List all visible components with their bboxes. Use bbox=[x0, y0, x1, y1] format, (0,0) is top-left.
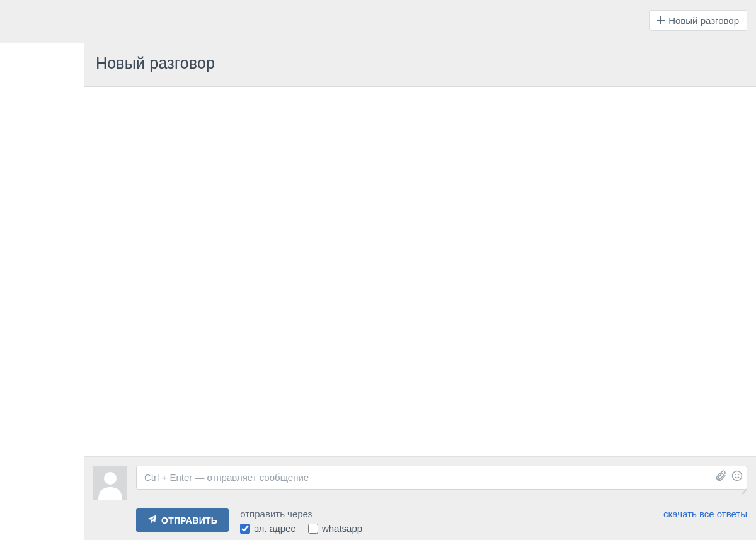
messages-area bbox=[84, 87, 756, 457]
channel-whatsapp-label: whatsapp bbox=[322, 523, 362, 534]
send-button-label: ОТПРАВИТЬ bbox=[161, 515, 217, 526]
main: Новый разговор bbox=[84, 43, 756, 540]
svg-point-2 bbox=[733, 471, 742, 481]
channel-checks: эл. адрес whatsapp bbox=[240, 523, 362, 534]
channel-whatsapp[interactable]: whatsapp bbox=[308, 523, 362, 534]
input-icons bbox=[714, 469, 743, 485]
title-bar: Новый разговор bbox=[84, 43, 756, 87]
composer: ОТПРАВИТЬ отправить через эл. адрес what… bbox=[84, 457, 756, 540]
send-via-label: отправить через bbox=[240, 508, 362, 519]
channel-email[interactable]: эл. адрес bbox=[240, 523, 295, 534]
svg-point-1 bbox=[104, 472, 117, 485]
channel-whatsapp-checkbox[interactable] bbox=[308, 524, 318, 534]
download-all-link[interactable]: скачать все ответы bbox=[663, 508, 747, 519]
channel-email-label: эл. адрес bbox=[254, 523, 295, 534]
emoji-icon[interactable] bbox=[731, 469, 743, 485]
send-via: отправить через эл. адрес whatsapp bbox=[240, 508, 362, 534]
input-row bbox=[93, 466, 747, 500]
attachment-icon[interactable] bbox=[714, 469, 727, 485]
plus-icon bbox=[657, 15, 665, 26]
message-input-wrap bbox=[136, 466, 747, 492]
topbar: Новый разговор bbox=[0, 0, 756, 43]
new-conversation-label: Новый разговор bbox=[668, 15, 739, 26]
send-icon bbox=[147, 515, 156, 526]
svg-point-4 bbox=[738, 474, 739, 475]
send-button[interactable]: ОТПРАВИТЬ bbox=[136, 508, 229, 532]
message-input[interactable] bbox=[136, 466, 747, 490]
channel-email-checkbox[interactable] bbox=[240, 524, 250, 534]
sidebar bbox=[0, 43, 84, 540]
actions-row: ОТПРАВИТЬ отправить через эл. адрес what… bbox=[93, 508, 747, 534]
page-title: Новый разговор bbox=[96, 54, 745, 72]
new-conversation-button[interactable]: Новый разговор bbox=[649, 10, 747, 31]
avatar bbox=[93, 466, 127, 500]
svg-point-3 bbox=[735, 474, 736, 475]
layout: Новый разговор bbox=[0, 43, 756, 540]
